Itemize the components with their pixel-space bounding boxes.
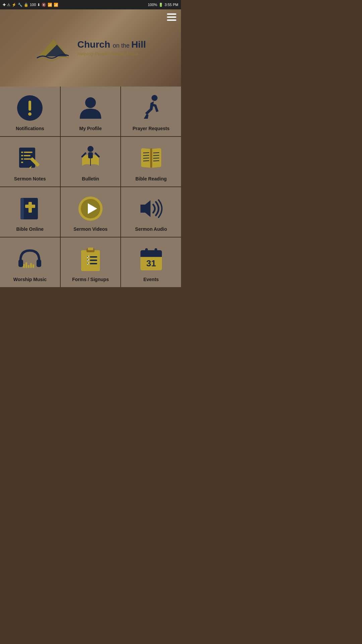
svg-rect-9	[21, 155, 23, 156]
sermon-videos-label: Sermon Videos	[73, 226, 108, 232]
headphones-icon	[15, 244, 45, 274]
battery-100-icon: 100	[30, 3, 36, 7]
svg-rect-43	[33, 264, 34, 268]
speaker-waves-icon	[136, 194, 166, 224]
bulletin-label: Bulletin	[82, 176, 99, 182]
notifications-button[interactable]: Notifications	[0, 87, 60, 136]
notes-pencil-icon	[15, 143, 45, 173]
svg-rect-19	[88, 152, 93, 158]
svg-point-5	[85, 97, 96, 108]
add-icon: ✚	[3, 3, 6, 7]
svg-rect-55	[140, 254, 162, 257]
events-label: Events	[143, 277, 159, 282]
svg-line-22	[143, 155, 149, 156]
my-profile-button[interactable]: My Profile	[61, 87, 121, 136]
svg-line-25	[153, 153, 159, 153]
church-subtitle: Helping People Follow Jesus	[77, 51, 146, 56]
svg-text:31: 31	[146, 258, 156, 268]
svg-rect-50	[90, 260, 97, 261]
my-profile-label: My Profile	[79, 126, 102, 131]
svg-rect-37	[18, 260, 23, 267]
svg-rect-10	[21, 158, 23, 160]
svg-point-4	[28, 112, 32, 116]
mute-icon: 🔇	[42, 3, 46, 7]
svg-rect-11	[21, 162, 23, 163]
bulletin-button[interactable]: Bulletin	[61, 137, 121, 186]
download-icon: ⬇	[37, 3, 40, 7]
signal-icon: 📶	[54, 3, 58, 7]
svg-rect-40	[25, 262, 27, 268]
svg-line-21	[143, 153, 149, 153]
status-bar-left: ✚ ⚠ ⚡ 🔧 🔒 100 ⬇ 🔇 📶 📶	[3, 3, 58, 7]
play-circle-icon	[75, 194, 106, 224]
sermon-videos-button[interactable]: Sermon Videos	[61, 187, 121, 237]
alert-icon: ⚠	[7, 3, 10, 7]
svg-line-27	[153, 158, 159, 158]
svg-rect-13	[24, 155, 31, 156]
svg-rect-48	[90, 256, 97, 258]
exclamation-circle-icon	[15, 93, 45, 123]
svg-rect-30	[20, 198, 24, 219]
lock-icon: 🔒	[24, 3, 28, 7]
sermon-notes-label: Sermon Notes	[14, 176, 46, 182]
hero-header: Church on the Hill Helping People Follow…	[0, 9, 181, 87]
status-bar-right: 100% 🔋 3:55 PM	[148, 3, 178, 7]
bible-reading-label: Bible Reading	[135, 176, 167, 182]
svg-point-6	[152, 95, 158, 101]
wrench-icon: 🔧	[18, 3, 22, 7]
svg-line-26	[153, 155, 159, 156]
time-display: 3:55 PM	[165, 3, 178, 7]
svg-line-24	[143, 161, 149, 161]
svg-line-28	[153, 161, 159, 161]
svg-rect-14	[24, 158, 31, 160]
main-grid: Notifications My Profile Prayer Requests	[0, 87, 181, 287]
svg-rect-3	[28, 101, 31, 111]
battery-icon: 🔋	[159, 3, 163, 7]
clipboard-checklist-icon	[75, 244, 106, 274]
svg-rect-56	[145, 248, 148, 253]
open-book-icon	[136, 143, 166, 173]
worship-music-button[interactable]: Worship Music	[0, 237, 60, 287]
menu-button[interactable]	[167, 13, 176, 21]
sermon-audio-button[interactable]: Sermon Audio	[121, 187, 181, 237]
svg-rect-12	[24, 152, 33, 153]
church-name-block: Church on the Hill Helping People Follow…	[77, 40, 146, 56]
person-reading-icon	[75, 143, 106, 173]
svg-rect-52	[90, 263, 97, 264]
church-title: Church on the Hill	[77, 40, 146, 50]
svg-rect-42	[30, 263, 32, 268]
svg-line-23	[143, 158, 149, 158]
church-logo	[35, 33, 72, 63]
prayer-requests-label: Prayer Requests	[132, 126, 170, 131]
person-icon	[75, 93, 106, 123]
notifications-label: Notifications	[16, 126, 44, 131]
forms-signups-button[interactable]: Forms / Signups	[61, 237, 121, 287]
svg-rect-41	[28, 265, 29, 268]
bible-online-button[interactable]: Bible Online	[0, 187, 60, 237]
usb-icon: ⚡	[12, 3, 16, 7]
battery-percent: 100%	[148, 3, 157, 7]
praying-person-icon	[136, 93, 166, 123]
svg-rect-38	[37, 260, 41, 267]
svg-rect-8	[21, 152, 23, 153]
bible-reading-button[interactable]: Bible Reading	[121, 137, 181, 186]
sermon-audio-label: Sermon Audio	[135, 226, 167, 232]
svg-rect-57	[155, 248, 157, 253]
svg-rect-32	[25, 205, 35, 208]
svg-rect-46	[88, 248, 93, 250]
hero-content: Church on the Hill Helping People Follow…	[35, 33, 146, 63]
bible-online-label: Bible Online	[16, 226, 44, 232]
bible-cross-icon	[15, 194, 45, 224]
svg-marker-36	[140, 200, 150, 217]
svg-rect-20	[150, 148, 152, 168]
wifi-icon: 📶	[48, 3, 52, 7]
forms-signups-label: Forms / Signups	[72, 277, 109, 282]
worship-music-label: Worship Music	[13, 277, 47, 282]
calendar-31-icon: 31	[136, 244, 166, 274]
svg-rect-39	[23, 264, 25, 268]
prayer-requests-button[interactable]: Prayer Requests	[121, 87, 181, 136]
svg-point-17	[87, 146, 94, 152]
sermon-notes-button[interactable]: Sermon Notes	[0, 137, 60, 186]
status-bar: ✚ ⚠ ⚡ 🔧 🔒 100 ⬇ 🔇 📶 📶 100% 🔋 3:55 PM	[0, 0, 181, 9]
events-button[interactable]: 31 Events	[121, 237, 181, 287]
